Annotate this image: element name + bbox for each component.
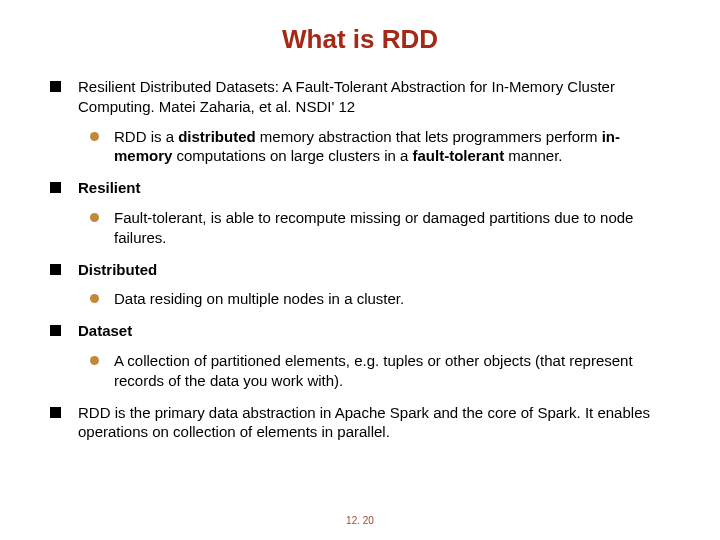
round-bullet-icon bbox=[90, 213, 106, 223]
bullet-text: Resilient Distributed Datasets: A Fault-… bbox=[78, 77, 670, 117]
bullet-reference: Resilient Distributed Datasets: A Fault-… bbox=[50, 77, 670, 117]
bullet-summary: RDD is the primary data abstraction in A… bbox=[50, 403, 670, 443]
slide-number: 12. 20 bbox=[0, 515, 720, 526]
subbullet-text: Data residing on multiple nodes in a clu… bbox=[114, 289, 670, 309]
subbullet-text: Fault-tolerant, is able to recompute mis… bbox=[114, 208, 670, 248]
slide-body: Resilient Distributed Datasets: A Fault-… bbox=[32, 77, 688, 442]
subbullet-dataset: A collection of partitioned elements, e.… bbox=[90, 351, 670, 391]
subbullet-definition: RDD is a distributed memory abstraction … bbox=[90, 127, 670, 167]
bullet-text: Resilient bbox=[78, 178, 670, 198]
square-bullet-icon bbox=[50, 182, 68, 193]
square-bullet-icon bbox=[50, 264, 68, 275]
subbullet-distributed: Data residing on multiple nodes in a clu… bbox=[90, 289, 670, 309]
square-bullet-icon bbox=[50, 81, 68, 92]
round-bullet-icon bbox=[90, 294, 106, 304]
bullet-text: Distributed bbox=[78, 260, 670, 280]
round-bullet-icon bbox=[90, 132, 106, 142]
subbullet-text: RDD is a distributed memory abstraction … bbox=[114, 127, 670, 167]
round-bullet-icon bbox=[90, 356, 106, 366]
subbullet-text: A collection of partitioned elements, e.… bbox=[114, 351, 670, 391]
slide-title: What is RDD bbox=[32, 24, 688, 55]
bullet-text: RDD is the primary data abstraction in A… bbox=[78, 403, 670, 443]
subbullet-resilient: Fault-tolerant, is able to recompute mis… bbox=[90, 208, 670, 248]
bullet-resilient: Resilient bbox=[50, 178, 670, 198]
square-bullet-icon bbox=[50, 407, 68, 418]
square-bullet-icon bbox=[50, 325, 68, 336]
bullet-dataset: Dataset bbox=[50, 321, 670, 341]
bullet-distributed: Distributed bbox=[50, 260, 670, 280]
bullet-text: Dataset bbox=[78, 321, 670, 341]
